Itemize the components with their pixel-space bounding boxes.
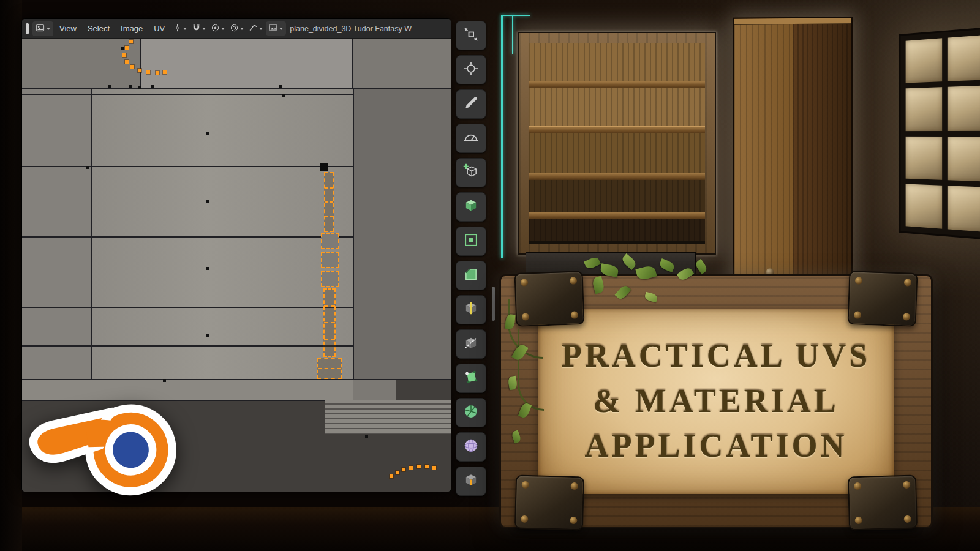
uv-grid-line — [352, 39, 353, 89]
image-name[interactable]: plane_divided_3D Tudor Fantasy W — [290, 24, 447, 33]
uv-vertex-dot — [206, 132, 209, 135]
uv-selection-block — [317, 358, 342, 379]
toolbar-scroll-handle[interactable] — [492, 287, 495, 321]
background-left-edge — [0, 0, 22, 551]
snap-target-icon — [211, 23, 220, 34]
uv-selected-edge-dot — [390, 474, 393, 478]
window-pane — [947, 86, 980, 131]
editor-corner-widget[interactable] — [26, 23, 29, 34]
uv-vertex-dot — [151, 85, 154, 88]
bookshelf-back-panel — [529, 219, 705, 241]
falloff-curve-icon — [249, 23, 258, 34]
tool-edge-slide-button[interactable] — [456, 467, 486, 496]
window-pane — [906, 136, 942, 179]
tool-loop-cut-button[interactable] — [456, 295, 486, 324]
uv-selected-edge-dot — [417, 465, 421, 468]
tool-move-button[interactable] — [456, 55, 486, 84]
tool-inset-button[interactable] — [456, 227, 486, 256]
proportional-editing-icon — [230, 23, 239, 34]
title-sign: PRACTICAL UVS & MATERIAL APPLICATION — [499, 274, 933, 528]
tool-annotate-button[interactable] — [456, 89, 486, 119]
metal-corner-plate — [514, 475, 584, 531]
bookshelf-back-panel — [529, 133, 705, 173]
uv-selected-edge-dot — [125, 60, 129, 64]
uv-selected-edge-dot — [425, 465, 429, 468]
bookshelf-side-top-edge — [734, 18, 851, 25]
menu-view[interactable]: View — [55, 21, 81, 36]
uv-plank-divider — [22, 236, 353, 238]
uv-selected-edge-dot — [125, 46, 129, 50]
pivot-point-control[interactable] — [171, 21, 189, 36]
add-cube-icon — [462, 163, 480, 182]
uv-vertex-dot — [279, 85, 282, 88]
snap-toggle[interactable] — [190, 21, 208, 36]
measure-protractor-icon — [462, 129, 480, 148]
uv-selection-strip — [323, 288, 336, 357]
sign-parchment: PRACTICAL UVS & MATERIAL APPLICATION — [538, 309, 894, 494]
chevron-down-icon — [221, 28, 225, 30]
uv-plank-divider — [22, 345, 353, 347]
tool-extrude-button[interactable] — [456, 192, 486, 222]
menu-image[interactable]: Image — [116, 21, 148, 36]
uv-selected-edge-dot — [163, 70, 167, 74]
tool-knife-button[interactable] — [456, 329, 486, 359]
menu-uv[interactable]: UV — [149, 21, 170, 36]
annotate-pencil-icon — [462, 94, 480, 114]
menu-select[interactable]: Select — [83, 21, 115, 36]
uv-plank-divider — [22, 94, 353, 95]
loop-cut-icon — [462, 300, 480, 320]
tool-transform-button[interactable] — [456, 21, 486, 50]
uv-step-block — [353, 380, 396, 401]
uv-selected-edge-dot — [402, 468, 405, 471]
bookshelf-back-panel — [529, 43, 705, 81]
uv-vertex-dot — [206, 200, 209, 203]
tool-measure-button[interactable] — [456, 124, 486, 153]
transform-icon — [462, 26, 480, 45]
uv-selected-edge-dot — [138, 69, 141, 72]
image-browse-icon — [269, 23, 277, 34]
uv-selected-island — [321, 252, 339, 268]
smooth-sphere-icon — [462, 437, 480, 457]
chevron-down-icon — [183, 28, 187, 30]
uv-right-column — [353, 89, 451, 379]
bookshelf-side-front-face — [734, 18, 793, 286]
selection-outline-vertical — [512, 15, 513, 54]
blender-logo — [23, 384, 198, 510]
window-pane — [947, 137, 980, 182]
falloff-control[interactable] — [247, 21, 265, 36]
pivot-icon — [173, 23, 182, 34]
bookshelf-back-panel — [529, 88, 705, 126]
background-window — [899, 27, 980, 241]
uv-top-strip-light — [141, 39, 353, 89]
uv-plank-divider — [22, 166, 353, 167]
image-browse-button[interactable] — [266, 21, 286, 36]
tool-smooth-button[interactable] — [456, 432, 486, 462]
uv-vertex-dot — [86, 166, 89, 169]
uv-selected-island — [321, 271, 339, 287]
bevel-icon — [462, 266, 480, 285]
knife-icon — [462, 334, 480, 354]
thumbnail-stage: View Select Image UV — [0, 0, 980, 551]
editor-type-image-icon — [36, 23, 45, 34]
bookshelf-front-view — [518, 32, 716, 255]
chevron-down-icon — [240, 28, 244, 30]
bookshelf-back-panel — [529, 180, 705, 212]
uv-vertex-dot — [138, 86, 141, 89]
editor-type-button[interactable] — [32, 21, 53, 36]
window-pane — [906, 87, 942, 130]
proportional-editing-control[interactable] — [228, 21, 246, 36]
uv-vertex-dot — [365, 435, 368, 438]
bookshelf-interior — [529, 43, 705, 244]
tool-bevel-button[interactable] — [456, 261, 486, 290]
tool-spin-button[interactable] — [456, 398, 486, 427]
uv-selected-edge-dot — [396, 471, 399, 474]
metal-corner-plate — [848, 475, 918, 531]
uv-selected-edge-dot — [123, 53, 126, 57]
uv-grid-line — [91, 89, 92, 379]
tool-add-cube-button[interactable] — [456, 158, 486, 187]
uv-left-column — [22, 89, 91, 379]
sign-line-2: & MATERIAL — [593, 381, 839, 422]
snap-target-control[interactable] — [209, 21, 227, 36]
tool-shelf — [456, 21, 489, 496]
tool-poly-build-button[interactable] — [456, 364, 486, 393]
